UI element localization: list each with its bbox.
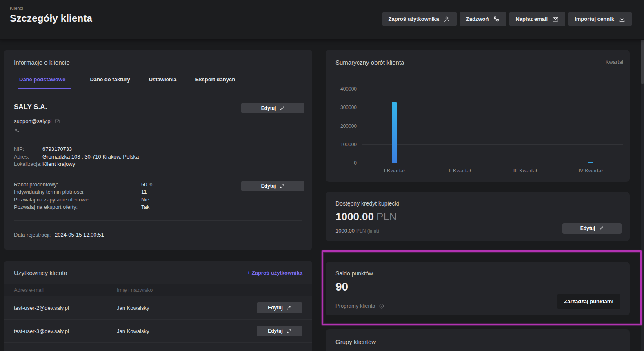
header-actions: Zaproś użytkownikaZadzwońNapisz emailImp…	[382, 12, 632, 26]
edit-user-label: Edytuj	[268, 305, 283, 311]
client-programs-row: Programy klienta	[335, 303, 384, 309]
setting-label: Indywidualny termin płatności:	[14, 188, 141, 196]
registration-row: Data rejestracji: 2024-05-15 12:00:51	[14, 232, 304, 238]
registration-value: 2024-05-15 12:00:51	[55, 232, 104, 238]
y-axis-tick: 100000	[335, 142, 357, 148]
setting-row-pozwalaj-na-eksport-oferty: Pozwalaj na eksport oferty:Tak	[14, 203, 153, 211]
period-select[interactable]: Kwartał	[606, 59, 623, 65]
user-name: Jan Kowalsky	[117, 328, 257, 334]
column-header-adres-e-mail: Adres e-mail	[14, 287, 117, 293]
client-info-tabs: Dane podstawoweDane do fakturyUstawienia…	[14, 76, 304, 89]
registration-label: Data rejestracji:	[14, 232, 51, 238]
credit-title: Dostępny kredyt kupiecki	[335, 200, 620, 207]
users-table-header: Adres e-mailImię i nazwisko	[4, 284, 312, 296]
breadcrumb[interactable]: Klienci	[10, 6, 92, 11]
detail-label: Lokalizacja:	[14, 161, 42, 168]
table-row: test-user-3@dev.saly.plJan KowalskyEdytu…	[4, 320, 312, 343]
call-button[interactable]: Zadzwoń	[460, 12, 506, 26]
setting-suffix: %	[149, 181, 153, 189]
client-info-card: Informacje o kliencie Dane podstawoweDan…	[4, 50, 312, 250]
tab-dane-podstawowe[interactable]: Dane podstawowe	[18, 76, 71, 89]
divider	[14, 220, 302, 221]
call-button-label: Zadzwoń	[466, 16, 489, 22]
bar-i-kwartał[interactable]	[392, 102, 397, 163]
edit-company-button[interactable]: Edytuj	[241, 103, 304, 113]
mail-icon	[552, 16, 559, 23]
pencil-icon	[280, 106, 284, 111]
y-axis-tick: 0	[335, 160, 357, 166]
detail-row-lokalizacja: Lokalizacja:Klient krajowy	[14, 161, 139, 168]
gridline	[362, 126, 623, 126]
bar-iii-kwartał[interactable]	[523, 163, 528, 163]
points-title: Saldo punktów	[335, 270, 620, 277]
turnover-card: Sumaryczny obrót klienta Kwartał 0100000…	[326, 50, 630, 182]
detail-value: Gromadzka 103 , 30-710 Kraków, Polska	[42, 153, 139, 161]
company-name: SALY S.A.	[14, 103, 139, 111]
setting-row-pozwalaj-na-zapytanie-ofertowe: Pozwalaj na zapytanie ofertowe:Nie	[14, 196, 153, 204]
groups-title: Grupy klientów	[335, 338, 620, 345]
company-email-row: support@saly.pl	[14, 118, 139, 124]
chart-x-labels: I KwartałII KwartałIII KwartałIV Kwartał	[362, 168, 623, 174]
detail-value: Klient krajowy	[42, 161, 75, 168]
pencil-icon	[280, 183, 284, 188]
credit-limit-suffix: PLN (limit)	[356, 228, 379, 234]
credit-amount: 1000.00	[335, 210, 374, 223]
turnover-chart: 0100000200000300000400000	[335, 89, 623, 163]
company-email[interactable]: support@saly.pl	[14, 118, 51, 124]
person-icon	[443, 16, 451, 23]
setting-label: Pozwalaj na eksport oferty:	[14, 203, 141, 211]
edit-user-button[interactable]: Edytuj	[257, 326, 302, 336]
credit-amount-row: 1000.00PLN	[335, 210, 620, 223]
edit-settings-button[interactable]: Edytuj	[241, 181, 304, 191]
y-axis-tick: 400000	[335, 86, 357, 92]
write-email-button-label: Napisz email	[515, 16, 548, 22]
left-column: Informacje o kliencie Dane podstawoweDan…	[4, 50, 312, 351]
company-block: SALY S.A. support@saly.pl NIP:6793170733…	[14, 103, 139, 168]
users-head: Użytkownicy klienta + Zaproś użytkownika	[4, 261, 312, 284]
pencil-icon	[286, 329, 291, 333]
user-email: test-user-2@dev.saly.pl	[14, 305, 117, 311]
gridline	[362, 89, 623, 89]
import-pricelist-button[interactable]: Importuj cennik	[568, 12, 632, 26]
setting-value: Nie	[141, 196, 149, 204]
top-header: Klienci Szczegóły klienta Zaproś użytkow…	[0, 0, 644, 40]
edit-credit-button[interactable]: Edytuj	[562, 223, 622, 234]
bar-iv-kwartał[interactable]	[588, 162, 593, 163]
write-email-button[interactable]: Napisz email	[509, 12, 565, 26]
tab-ustawienia[interactable]: Ustawienia	[149, 76, 177, 89]
tab-dane-do-faktury[interactable]: Dane do faktury	[90, 76, 130, 89]
users-table-body: test-user-2@dev.saly.plJan KowalskyEdytu…	[4, 296, 312, 343]
company-section: SALY S.A. support@saly.pl NIP:6793170733…	[14, 103, 304, 168]
detail-row-nip: NIP:6793170733	[14, 145, 139, 153]
setting-value: 11	[141, 188, 147, 196]
setting-value: 50	[141, 181, 147, 189]
turnover-head: Sumaryczny obrót klienta Kwartał	[335, 59, 623, 66]
points-footer: Programy klienta Zarządzaj punktami	[335, 294, 620, 309]
pencil-icon	[286, 305, 291, 310]
turnover-title: Sumaryczny obrót klienta	[335, 59, 404, 66]
setting-row-indywidualny-termin-płatności: Indywidualny termin płatności:11	[14, 188, 153, 196]
right-column: Sumaryczny obrót klienta Kwartał 0100000…	[326, 50, 630, 351]
credit-limit-amount: 1000.00	[335, 228, 355, 234]
x-axis-label-i-kwartał: I Kwartał	[362, 168, 427, 174]
company-phone-row	[14, 128, 139, 135]
manage-points-button[interactable]: Zarządzaj punktami	[557, 294, 620, 309]
tab-eksport-danych[interactable]: Eksport danych	[195, 76, 235, 89]
invite-user-button-label: Zaproś użytkownika	[389, 16, 439, 22]
invite-user-button[interactable]: Zaproś użytkownika	[382, 12, 457, 26]
edit-company-label: Edytuj	[261, 105, 276, 111]
title-block: Klienci Szczegóły klienta	[10, 6, 92, 39]
users-title: Użytkownicy klienta	[14, 269, 67, 276]
invite-user-link[interactable]: + Zaproś użytkownika	[247, 270, 302, 276]
info-icon[interactable]	[379, 303, 384, 309]
points-card: Saldo punktów 90 Programy klienta Zarząd…	[326, 262, 630, 315]
edit-user-button[interactable]: Edytuj	[257, 302, 302, 313]
settings-rows: Rabat procentowy:50%Indywidualny termin …	[14, 181, 153, 211]
edit-credit-label: Edytuj	[580, 226, 595, 231]
credit-currency: PLN	[376, 210, 397, 223]
x-axis-label-iii-kwartał: III Kwartał	[493, 168, 558, 174]
pencil-icon	[599, 226, 604, 231]
setting-label: Rabat procentowy:	[14, 181, 141, 189]
client-users-card: Użytkownicy klienta + Zaproś użytkownika…	[4, 261, 312, 351]
import-pricelist-button-label: Importuj cennik	[575, 16, 614, 22]
